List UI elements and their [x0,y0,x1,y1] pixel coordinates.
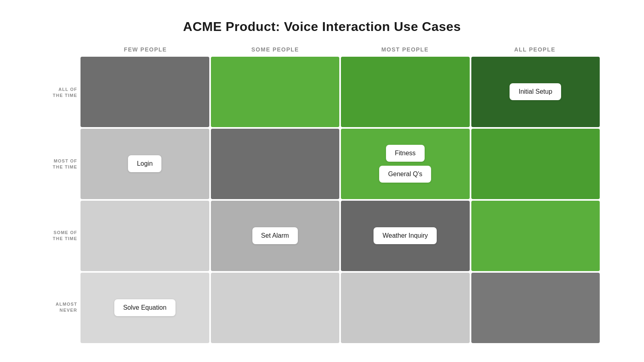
col-headers: FEW PEOPLE SOME PEOPLE MOST PEOPLE ALL P… [80,46,600,57]
cell-r1c1 [80,57,209,127]
tag-login: Login [128,155,161,172]
col-header-2: SOME PEOPLE [211,46,341,57]
cell-r4c2 [211,273,340,343]
col-header-1: FEW PEOPLE [80,46,211,57]
cell-r2c1: Login [80,129,209,199]
grid-body: ALL OFTHE TIME MOST OFTHE TIME SOME OFTH… [44,57,600,343]
tag-set-alarm: Set Alarm [252,227,298,244]
cell-r2c3: Fitness General Q's [341,129,470,199]
matrix-grid: Initial Setup Login Fitness General Q's … [80,57,600,343]
col-header-3: MOST PEOPLE [340,46,470,57]
tag-fitness: Fitness [386,145,425,162]
row-labels: ALL OFTHE TIME MOST OFTHE TIME SOME OFTH… [44,57,80,343]
cell-r4c1: Solve Equation [80,273,209,343]
row-label-1: ALL OFTHE TIME [44,57,80,128]
cell-r1c4: Initial Setup [471,57,600,127]
cell-r3c2: Set Alarm [211,201,340,271]
tag-initial-setup: Initial Setup [510,83,561,100]
col-header-4: ALL PEOPLE [470,46,600,57]
tag-weather-inquiry: Weather Inquiry [374,227,437,244]
cell-r4c3 [341,273,470,343]
cell-r3c4 [471,201,600,271]
tag-solve-equation: Solve Equation [114,299,175,316]
cell-r2c4 [471,129,600,199]
cell-r1c2 [211,57,340,127]
cell-r3c1 [80,201,209,271]
cell-r1c3 [341,57,470,127]
row-label-3: SOME OFTHE TIME [44,200,80,272]
page-title: ACME Product: Voice Interaction Use Case… [183,19,461,34]
cell-r4c4 [471,273,600,343]
tag-general-qs: General Q's [379,166,431,183]
row-label-2: MOST OFTHE TIME [44,128,80,200]
row-label-4: ALMOSTNEVER [44,272,80,343]
chart-container: FEW PEOPLE SOME PEOPLE MOST PEOPLE ALL P… [44,46,600,343]
cell-r2c2 [211,129,340,199]
cell-r3c3: Weather Inquiry [341,201,470,271]
